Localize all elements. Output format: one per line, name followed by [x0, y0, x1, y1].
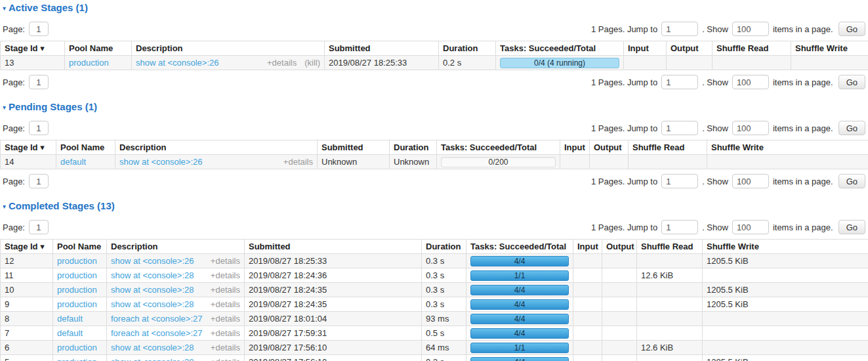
column-header-tasks-succeeded-total[interactable]: Tasks: Succeeded/Total — [496, 41, 624, 56]
show-count-input[interactable] — [732, 75, 769, 89]
duration-cell: 0.2 s — [422, 355, 466, 361]
column-header-description[interactable]: Description — [132, 41, 325, 56]
column-header-submitted[interactable]: Submitted — [325, 41, 439, 56]
shuffle-read-cell — [637, 312, 703, 326]
details-link[interactable]: +details — [267, 58, 297, 68]
column-header-shuffle-read[interactable]: Shuffle Read — [713, 41, 791, 56]
jump-to-input[interactable] — [661, 220, 698, 234]
description-cell: foreach at <console>:27+details — [107, 326, 245, 341]
section-heading-completed-stages[interactable]: ▾Completed Stages (13) — [0, 200, 868, 214]
column-header-tasks-succeeded-total[interactable]: Tasks: Succeeded/Total — [466, 240, 573, 254]
column-header-pool-name[interactable]: Pool Name — [53, 240, 107, 254]
column-header-description[interactable]: Description — [115, 140, 318, 155]
table-row: 12productionshow at <console>:26+details… — [1, 254, 868, 268]
description-link[interactable]: show at <console>:26 — [119, 157, 202, 167]
pool-name-link[interactable]: production — [57, 285, 97, 295]
details-link[interactable]: +details — [211, 256, 240, 266]
column-header-tasks-succeeded-total[interactable]: Tasks: Succeeded/Total — [437, 140, 560, 155]
page-input[interactable] — [29, 174, 49, 188]
pool-name-link[interactable]: production — [57, 270, 97, 280]
details-link[interactable]: +details — [211, 328, 240, 338]
tasks-cell: 0/4 (4 running) — [496, 56, 624, 70]
details-link[interactable]: +details — [211, 285, 240, 295]
shuffle-read-cell — [637, 283, 703, 297]
description-link[interactable]: show at <console>:28 — [111, 343, 194, 352]
description-link[interactable]: show at <console>:26 — [136, 58, 218, 68]
page-input[interactable] — [29, 22, 49, 36]
details-link[interactable]: +details — [211, 343, 240, 352]
go-button[interactable]: Go — [838, 75, 865, 89]
input-cell — [573, 326, 602, 341]
column-header-pool-name[interactable]: Pool Name — [65, 41, 132, 56]
details-link[interactable]: +details — [211, 270, 240, 280]
pool-name-link[interactable]: default — [57, 328, 83, 338]
column-header-duration[interactable]: Duration — [422, 240, 466, 254]
pool-name-link[interactable]: default — [60, 157, 86, 167]
column-header-shuffle-write[interactable]: Shuffle Write — [703, 240, 868, 254]
show-text: . Show — [702, 223, 728, 232]
column-header-pool-name[interactable]: Pool Name — [56, 140, 115, 155]
jump-to-input[interactable] — [661, 75, 698, 89]
description-link[interactable]: show at <console>:28 — [111, 285, 194, 295]
pool-name-link[interactable]: production — [69, 58, 109, 68]
column-header-submitted[interactable]: Submitted — [318, 140, 390, 155]
pool-name-link[interactable]: production — [57, 256, 97, 266]
show-count-input[interactable] — [732, 174, 769, 188]
column-header-stage-id[interactable]: Stage Id ▾ — [1, 140, 56, 155]
column-header-shuffle-read[interactable]: Shuffle Read — [629, 140, 707, 155]
column-header-shuffle-write[interactable]: Shuffle Write — [791, 41, 868, 56]
show-text: . Show — [702, 24, 728, 34]
column-header-duration[interactable]: Duration — [439, 41, 496, 56]
column-header-shuffle-write[interactable]: Shuffle Write — [707, 140, 868, 155]
show-count-input[interactable] — [732, 220, 769, 234]
column-header-input[interactable]: Input — [573, 240, 602, 254]
section-heading-active-stages[interactable]: ▾Active Stages (1) — [0, 1, 868, 16]
column-header-shuffle-read[interactable]: Shuffle Read — [637, 240, 703, 254]
description-link[interactable]: foreach at <console>:27 — [111, 314, 203, 324]
show-count-input[interactable] — [732, 22, 769, 36]
details-link[interactable]: +details — [211, 299, 240, 309]
show-count-input[interactable] — [732, 121, 769, 135]
jump-to-input[interactable] — [661, 121, 698, 135]
column-header-description[interactable]: Description — [107, 240, 245, 254]
page-input[interactable] — [29, 121, 49, 135]
description-link[interactable]: show at <console>:28 — [111, 299, 194, 309]
show-text: . Show — [702, 123, 728, 133]
column-header-stage-id[interactable]: Stage Id ▾ — [1, 240, 53, 254]
jump-to-input[interactable] — [661, 22, 698, 36]
pagination-bar-top: Page:1 Pages. Jump to. Showitems in a pa… — [0, 116, 868, 140]
section-heading-pending-stages[interactable]: ▾Pending Stages (1) — [0, 100, 868, 115]
column-header-stage-id[interactable]: Stage Id ▾ — [1, 41, 65, 56]
jump-to-input[interactable] — [661, 174, 698, 188]
description-cell: show at <console>:26+details — [107, 254, 245, 268]
go-button[interactable]: Go — [838, 220, 865, 234]
go-button[interactable]: Go — [838, 121, 865, 135]
pool-name-link[interactable]: production — [57, 357, 97, 361]
details-link[interactable]: +details — [211, 357, 240, 361]
column-header-input[interactable]: Input — [560, 140, 590, 155]
column-header-output[interactable]: Output — [590, 140, 629, 155]
details-link[interactable]: +details — [283, 157, 313, 167]
page-input[interactable] — [29, 220, 49, 234]
column-header-duration[interactable]: Duration — [390, 140, 437, 155]
kill-link[interactable]: (kill) — [304, 58, 320, 68]
description-link[interactable]: show at <console>:28 — [111, 357, 194, 361]
go-button[interactable]: Go — [838, 174, 865, 188]
pool-name-link[interactable]: default — [57, 314, 83, 324]
column-header-submitted[interactable]: Submitted — [245, 240, 422, 254]
pool-name-link[interactable]: production — [57, 299, 97, 309]
details-link[interactable]: +details — [211, 314, 240, 324]
table-row: 10productionshow at <console>:28+details… — [1, 283, 868, 297]
pool-name-link[interactable]: production — [57, 343, 97, 352]
column-header-output[interactable]: Output — [602, 240, 637, 254]
description-link[interactable]: show at <console>:28 — [111, 270, 194, 280]
description-link[interactable]: show at <console>:26 — [111, 256, 194, 266]
pool-name-cell: default — [53, 312, 107, 326]
show-text: . Show — [702, 177, 728, 186]
go-button[interactable]: Go — [838, 22, 865, 36]
column-header-output[interactable]: Output — [667, 41, 713, 56]
task-progress-bar: 4/4 — [470, 328, 569, 339]
description-link[interactable]: foreach at <console>:27 — [111, 328, 203, 338]
page-input[interactable] — [29, 75, 49, 89]
column-header-input[interactable]: Input — [624, 41, 667, 56]
